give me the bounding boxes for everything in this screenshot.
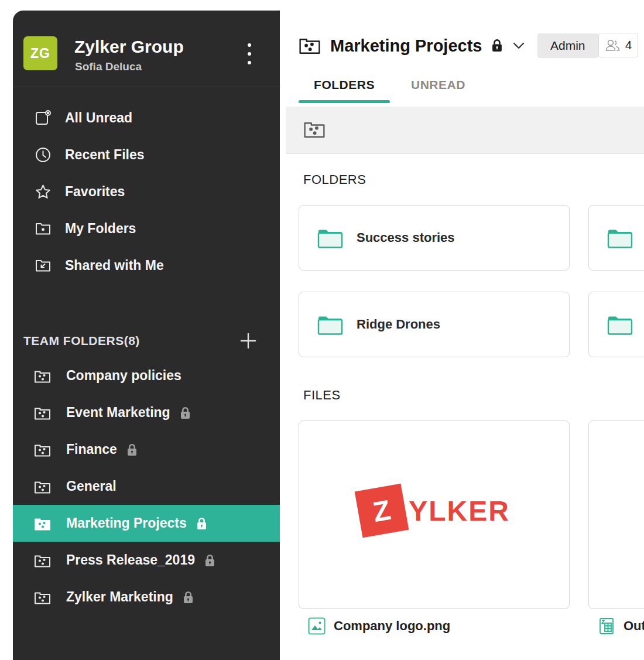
folder-icon: [35, 221, 51, 237]
folder-card-success-stories[interactable]: Success stories: [299, 205, 570, 271]
members-icon: [605, 38, 621, 52]
folders-grid: Success stories Ridge Drones: [299, 205, 644, 357]
sidebar-divider: [13, 87, 280, 87]
folder-card-ridge-drones[interactable]: Ridge Drones: [299, 292, 570, 357]
team-folder-event-marketing[interactable]: Event Marketing: [13, 394, 280, 431]
file-card-cropped[interactable]: [588, 420, 644, 609]
workdrive-app: { "sidebar": { "team": { "initials": "ZG…: [0, 0, 644, 660]
green-folder-icon: [607, 226, 633, 249]
sidebar-item-favorites[interactable]: Favorites: [13, 173, 280, 210]
green-folder-icon: [317, 313, 344, 336]
lock-icon: [196, 517, 207, 530]
team-folder-icon: [34, 405, 51, 420]
team-folder-label: Zylker Marketing: [66, 589, 173, 605]
team-folder-press-release-2019[interactable]: Press Release_2019: [13, 542, 280, 579]
kebab-menu-icon[interactable]: [242, 39, 256, 69]
team-folder-icon: [34, 516, 51, 531]
breadcrumb-toolbar: [286, 107, 644, 154]
sidebar-item-shared-with-me[interactable]: Shared with Me: [13, 247, 280, 284]
file-cell: Z YLKER Company logo.png: [299, 420, 570, 635]
chevron-down-icon[interactable]: [512, 42, 525, 50]
green-folder-icon: [317, 226, 344, 249]
image-file-icon: [308, 617, 326, 635]
tab-folders[interactable]: FOLDERS: [299, 78, 390, 103]
team-folder-icon: [34, 442, 51, 457]
sidebar-item-recent-files[interactable]: Recent Files: [13, 136, 280, 173]
team-header: ZG Zylker Group Sofia Deluca: [13, 11, 280, 87]
file-cell: Out: [588, 420, 644, 635]
team-folder-finance[interactable]: Finance: [13, 431, 280, 468]
sidebar-nav: All Unread Recent Files Favorites: [13, 100, 280, 284]
team-folder-label: Company policies: [66, 368, 181, 384]
add-team-folder-icon[interactable]: [238, 329, 259, 353]
lock-icon: [491, 39, 503, 53]
folder-name: Ridge Drones: [357, 317, 440, 332]
team-folder-label: Finance: [66, 442, 117, 457]
sidebar-item-label: Shared with Me: [65, 258, 164, 273]
lock-icon: [183, 591, 194, 604]
green-folder-icon: [607, 313, 633, 336]
team-folder-icon: [34, 590, 51, 605]
tab-bar: FOLDERS UNREAD: [299, 78, 468, 103]
team-folder-label: General: [66, 478, 117, 494]
files-section-label: FILES: [303, 388, 341, 403]
team-folder-company-policies[interactable]: Company policies: [13, 357, 280, 394]
team-folder-label: Marketing Projects: [66, 515, 187, 531]
tab-unread[interactable]: UNREAD: [409, 78, 468, 103]
tab-label: FOLDERS: [299, 78, 390, 92]
lock-icon: [126, 443, 138, 456]
team-folder-general[interactable]: General: [13, 468, 280, 505]
sidebar-item-label: All Unread: [65, 110, 132, 126]
team-folders-header: TEAM FOLDERS(8): [13, 324, 280, 361]
spreadsheet-file-icon: [598, 617, 615, 635]
files-grid: Z YLKER Company logo.png: [299, 420, 644, 635]
lock-icon: [180, 406, 191, 419]
unread-icon: [35, 110, 51, 126]
sidebar-item-label: My Folders: [65, 221, 136, 237]
sidebar: ZG Zylker Group Sofia Deluca All Unread: [13, 11, 280, 660]
member-count: 4: [625, 39, 632, 52]
star-icon: [35, 184, 51, 200]
tab-label: UNREAD: [409, 78, 468, 92]
zylker-logo-text: YLKER: [409, 495, 510, 527]
file-name: Company logo.png: [334, 618, 450, 634]
sidebar-item-all-unread[interactable]: All Unread: [13, 100, 280, 136]
sidebar-item-my-folders[interactable]: My Folders: [13, 210, 280, 247]
file-card-company-logo[interactable]: Z YLKER: [299, 420, 570, 609]
content-header: Marketing Projects: [299, 33, 525, 59]
team-folder-label: Event Marketing: [66, 405, 170, 420]
zylker-logo: Z YLKER: [358, 487, 510, 534]
members-count-button[interactable]: 4: [598, 33, 638, 57]
team-folder-icon: [34, 368, 51, 384]
folders-section-label: FOLDERS: [303, 172, 366, 187]
folder-name: Success stories: [357, 230, 455, 245]
zylker-logo-square: Z: [355, 484, 409, 538]
team-owner: Sofia Deluca: [75, 60, 142, 73]
team-avatar: ZG: [23, 36, 57, 70]
team-folder-zylker-marketing[interactable]: Zylker Marketing: [13, 579, 280, 615]
folder-card-cropped-2[interactable]: [588, 292, 644, 357]
sidebar-item-label: Recent Files: [65, 147, 145, 163]
team-folder-icon: [299, 35, 321, 56]
team-folders-heading: TEAM FOLDERS(8): [23, 334, 140, 348]
page-title: Marketing Projects: [330, 36, 482, 56]
team-folder-label: Press Release_2019: [66, 552, 195, 568]
clock-icon: [35, 147, 51, 163]
team-name: Zylker Group: [74, 37, 184, 57]
team-folder-icon: [34, 479, 51, 494]
team-folders-list: Company policies Event Marketing: [13, 357, 280, 615]
active-tab-underline: [299, 100, 390, 103]
file-caption[interactable]: Out: [588, 617, 644, 635]
breadcrumb-team-folder-icon[interactable]: [303, 119, 326, 140]
lock-icon: [204, 554, 215, 567]
file-caption[interactable]: Company logo.png: [299, 617, 570, 635]
team-folder-icon: [34, 553, 51, 568]
file-name: Out: [624, 618, 644, 634]
shared-folder-icon: [35, 258, 51, 273]
admin-role-button[interactable]: Admin: [537, 33, 598, 58]
sidebar-item-label: Favorites: [65, 184, 125, 200]
team-folder-marketing-projects[interactable]: Marketing Projects: [13, 505, 280, 542]
folder-card-cropped-1[interactable]: [588, 205, 644, 271]
